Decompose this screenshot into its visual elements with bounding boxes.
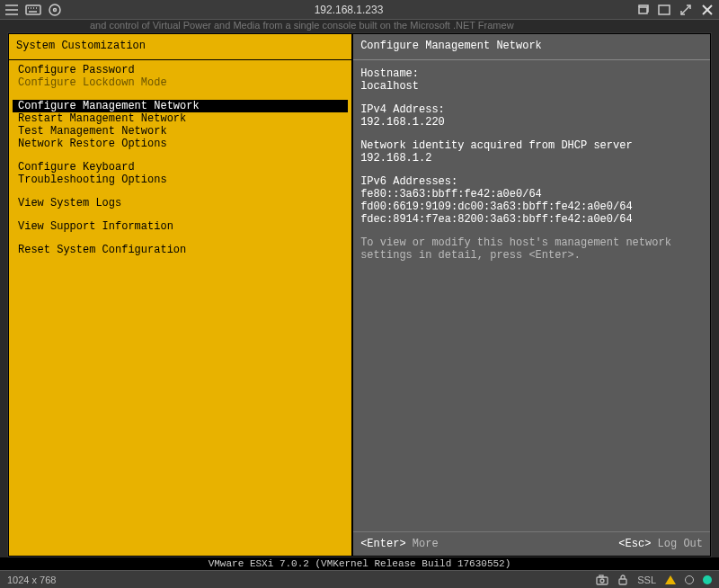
- window-restore-icon[interactable]: [635, 3, 651, 17]
- menu-item[interactable]: Configure Management Network: [13, 100, 348, 112]
- close-icon[interactable]: [699, 3, 715, 17]
- dhcp-line: Network identity acquired from DHCP serv…: [360, 139, 703, 165]
- ssl-label: SSL: [637, 575, 656, 585]
- keyboard-icon[interactable]: [25, 3, 41, 17]
- svg-rect-12: [659, 5, 670, 14]
- fullscreen-icon[interactable]: [678, 3, 694, 17]
- ipv6-list: fe80::3a63:bbff:fe42:a0e0/64fd00:6619:91…: [360, 188, 703, 226]
- menu-group: Configure PasswordConfigure Lockdown Mod…: [13, 64, 348, 89]
- enter-action: More: [413, 538, 439, 550]
- right-pane-footer: <Enter> More <Esc> Log Out: [353, 531, 710, 556]
- left-pane: System Customization Configure PasswordC…: [8, 33, 352, 557]
- esc-action: Log Out: [658, 538, 703, 550]
- svg-point-10: [54, 8, 57, 11]
- ipv6-address: fe80::3a63:bbff:fe42:a0e0/64: [360, 188, 703, 200]
- product-bar: VMware ESXi 7.0.2 (VMKernel Release Buil…: [0, 557, 719, 570]
- ipv6-address: fdec:8914:f7ea:8200:3a63:bbff:fe42:a0e0/…: [360, 213, 703, 226]
- window-title: 192.168.1.233: [68, 4, 629, 16]
- menu-group: Configure Management NetworkRestart Mana…: [13, 100, 348, 150]
- detail-area: Hostname: localhost IPv4 Address: 192.16…: [353, 60, 710, 531]
- enter-key-label: <Enter>: [360, 538, 405, 550]
- svg-rect-11: [639, 7, 647, 13]
- left-pane-header: System Customization: [9, 34, 351, 60]
- status-indicator-green-icon: [703, 575, 712, 584]
- menu-item[interactable]: Restart Management Network: [13, 112, 348, 125]
- esc-key-label: <Esc>: [618, 538, 651, 550]
- window-titlebar: 192.168.1.233: [0, 0, 719, 20]
- hostname-value: localhost: [360, 80, 703, 93]
- menu-group: Configure KeyboardTroubleshooting Option…: [13, 161, 348, 186]
- ipv4-value: 192.168.1.220: [360, 116, 703, 129]
- menu-item[interactable]: Configure Password: [13, 64, 348, 76]
- resolution-label: 1024 x 768: [7, 575, 56, 585]
- svg-rect-3: [26, 5, 40, 14]
- hostname-label: Hostname:: [360, 67, 703, 80]
- svg-point-17: [600, 579, 604, 583]
- status-indicator-hollow-icon: [685, 575, 694, 584]
- menu-item[interactable]: Configure Keyboard: [13, 161, 348, 174]
- ipv6-address: fd00:6619:9109:dc00:3a63:bbff:fe42:a0e0/…: [360, 200, 703, 213]
- warning-indicator-icon: [665, 575, 676, 584]
- ipv6-label: IPv6 Addresses:: [360, 175, 703, 188]
- detail-hint: To view or modify this host's management…: [360, 236, 703, 262]
- window-maximize-icon[interactable]: [656, 3, 672, 17]
- system-menu: Configure PasswordConfigure Lockdown Mod…: [9, 60, 351, 271]
- svg-point-9: [49, 4, 60, 15]
- menu-group: View System Logs: [13, 197, 348, 209]
- camera-icon[interactable]: [596, 575, 608, 585]
- right-pane: Configure Management Network Hostname: l…: [352, 33, 711, 557]
- menu-item[interactable]: Network Restore Options: [13, 138, 348, 150]
- menu-item: Configure Lockdown Mode: [13, 76, 348, 89]
- menu-item[interactable]: Test Management Network: [13, 125, 348, 138]
- menu-item[interactable]: Troubleshooting Options: [13, 174, 348, 186]
- menu-item[interactable]: View Support Information: [13, 220, 348, 233]
- menu-item[interactable]: Reset System Configuration: [13, 244, 348, 256]
- lock-icon: [617, 574, 628, 585]
- status-bar: 1024 x 768 SSL: [0, 570, 719, 588]
- svg-rect-16: [597, 577, 608, 584]
- menu-group: View Support Information: [13, 220, 348, 233]
- menu-icon[interactable]: [4, 3, 20, 17]
- svg-rect-18: [599, 575, 603, 577]
- svg-rect-19: [619, 579, 626, 584]
- menu-item[interactable]: View System Logs: [13, 197, 348, 209]
- disc-icon[interactable]: [47, 3, 63, 17]
- menu-group: Reset System Configuration: [13, 244, 348, 256]
- console-area: System Customization Configure PasswordC…: [7, 32, 712, 557]
- ipv4-label: IPv4 Address:: [360, 103, 703, 116]
- right-pane-header: Configure Management Network: [353, 34, 710, 60]
- svg-line-13: [681, 5, 690, 14]
